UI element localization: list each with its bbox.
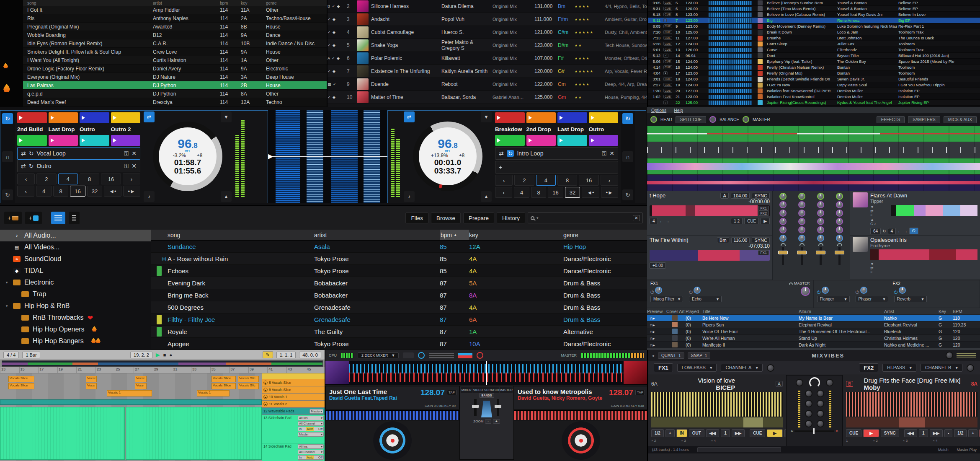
col-bpm[interactable]: bpm xyxy=(220,1,241,5)
cue-badge[interactable]: CUE xyxy=(663,60,672,63)
quantize-value[interactable]: 1 Bar xyxy=(22,352,40,358)
jump-fwd-icon[interactable]: •► xyxy=(601,187,618,198)
cue-badge[interactable]: CUE xyxy=(663,77,672,81)
cue-badge[interactable]: ! xyxy=(663,18,667,22)
lib1-header-row[interactable]: song artist bpm key genre xyxy=(23,0,327,6)
col-cover[interactable]: Cover Art xyxy=(666,309,686,314)
loop-slot[interactable]: ⇄ ↻ Intro Loop ⚿ ✕ xyxy=(495,147,618,160)
power-icon[interactable]: ⏻ xyxy=(856,290,859,295)
sidebar-item[interactable]: ≈ SoundCloud xyxy=(0,253,151,265)
table-row[interactable]: Idle Eyes (Roman Fluegel Remix) C.A.R. 1… xyxy=(23,39,327,48)
loop-size-button[interactable]: 16 xyxy=(101,174,121,184)
table-row[interactable]: Las Palmas DJ Python 114 2B House xyxy=(23,81,327,90)
col-bpm[interactable]: bpm▲ xyxy=(440,230,469,240)
deck-a-overview[interactable] xyxy=(651,417,783,427)
sync-button[interactable]: SYNC xyxy=(752,193,770,199)
table-row[interactable]: Sundance Asala 85 12A Hip Hop xyxy=(151,241,647,253)
cue-badge[interactable]: CUE xyxy=(663,65,672,69)
autoloop-button[interactable]: 1/2 xyxy=(651,429,664,437)
panel-toggle-button[interactable]: MICS & AUX xyxy=(944,116,977,123)
track-header[interactable]: ▶9 Vocals Slice xyxy=(262,386,325,394)
platter[interactable]: 96.8 REL +13.9%±8 00:01.0 03:33.7 xyxy=(413,122,482,191)
cue-badge[interactable]: CUE xyxy=(663,89,672,93)
beat-value[interactable]: 1 xyxy=(721,429,730,437)
cue-pad[interactable] xyxy=(17,135,47,146)
jump-size-button[interactable]: 32 xyxy=(87,186,102,197)
eq-knob[interactable] xyxy=(817,235,824,242)
deck-b-waveform[interactable] xyxy=(846,392,977,417)
cue-pad[interactable] xyxy=(80,135,109,146)
lock-icon[interactable]: ⚿ xyxy=(124,150,129,157)
play-button[interactable]: ▶ xyxy=(761,218,770,224)
channel-fader[interactable] xyxy=(801,247,803,265)
play-icon[interactable]: ▶ xyxy=(263,395,268,399)
table-row[interactable]: 7:20 CUE 10 125.00 Break It Down Loco & … xyxy=(648,29,980,35)
zoom-in-button[interactable]: + xyxy=(493,419,500,424)
monitor-switch[interactable]: InAutoOff xyxy=(298,455,324,460)
platter[interactable]: 96.8 REL -3.2%±8 01:58.7 01:55.6 xyxy=(153,122,222,191)
library-tab[interactable]: Prepare xyxy=(463,212,494,223)
fx1-assign-button[interactable]: FX1 xyxy=(758,206,769,211)
table-row[interactable]: Filthy - Filthy Joe Grenadesafe 87 6A Dr… xyxy=(151,313,647,326)
loop-size-button[interactable]: 8 xyxy=(80,174,99,184)
table-row[interactable]: 8:18 CUE 8 123.00 Believe in Love (Cabar… xyxy=(648,12,980,18)
beatjump-icon[interactable]: ⇄ xyxy=(404,111,415,122)
loop-start[interactable]: 1. 1. 1 xyxy=(276,352,296,358)
power-icon[interactable]: ⏻ xyxy=(894,290,898,295)
plus-icon[interactable]: + xyxy=(499,164,502,171)
preview-icon[interactable]: ∩▸ xyxy=(647,342,666,347)
chevron-down-icon[interactable]: ▾ xyxy=(536,216,539,220)
eject-icon[interactable]: ▲ xyxy=(221,191,232,202)
arrow-right-icon[interactable]: → xyxy=(665,219,670,223)
record-button[interactable]: ● xyxy=(169,352,172,357)
cue-badge[interactable]: CUE xyxy=(663,42,672,46)
loop-size-button[interactable]: 16 xyxy=(579,175,598,186)
table-row[interactable]: 4:04 ♥ 17 123.00 Firefly (Original Mix) … xyxy=(648,70,980,76)
menu-options[interactable]: Options xyxy=(651,108,666,113)
preview-icon[interactable]: ∩▸ xyxy=(647,336,666,341)
loop-in-icon[interactable]: ⇄ xyxy=(499,150,504,157)
prev-icon[interactable]: ‹ xyxy=(495,175,513,186)
lock-icon[interactable]: ⚿ xyxy=(124,163,129,170)
table-row[interactable]: 1:02 CUE 21 123.00 Isolation Feat KnowKo… xyxy=(648,94,980,100)
rating-stars[interactable]: ★★ xyxy=(575,44,605,47)
fader-handle[interactable] xyxy=(495,405,501,408)
cue-pad[interactable] xyxy=(495,135,525,146)
table-row[interactable]: 8:05 CUE 9 123.00 Body Movement (Denney … xyxy=(648,23,980,29)
table-row[interactable]: Drone Logic (Factory Floor Remix) Daniel… xyxy=(23,65,327,73)
table-row[interactable]: ▦ ✓ 9 Duende Reboot Original Mix 122.000… xyxy=(328,78,647,91)
table-row[interactable]: ✓ ◆ 5 Snake Yoga Peter Makto & Gregory S… xyxy=(328,39,647,52)
headphones-icon[interactable]: ∩ xyxy=(2,151,13,162)
prev-icon[interactable]: ‹ xyxy=(17,186,34,197)
table-row[interactable]: ✓ ◆ 10 Matter of Time Baltazar, Sorda Ga… xyxy=(328,91,647,104)
loop-in-icon[interactable]: ⇄ xyxy=(21,150,26,157)
table-row[interactable]: 500 Degrees Grenadesafe 87 4A Drum & Bas… xyxy=(151,301,647,313)
tap-button[interactable]: TAP xyxy=(447,390,456,395)
fx1-type-select[interactable]: LOW-PASS▾ xyxy=(677,364,717,372)
fx2-type-select[interactable]: HI-PASS▾ xyxy=(882,364,916,372)
table-row[interactable]: A ✓ ◆ 6 Polar Polemic Killawatt Original… xyxy=(328,52,647,65)
loop-icon[interactable]: ↻ xyxy=(2,189,13,200)
track-header[interactable]: ▶10 Vocals 1 xyxy=(262,394,325,401)
table-row[interactable]: ∩▸ (0) We're All Human Stand Up Christin… xyxy=(647,335,980,342)
cue-pad[interactable] xyxy=(111,112,141,123)
volume-fader[interactable] xyxy=(474,399,477,416)
table-row[interactable]: 2:27 CUE 19 124.00 I Got Ya Now Copy Pas… xyxy=(648,82,980,88)
table-row[interactable]: ▤ A - Rose without Rain Tokyo Prose 85 4… xyxy=(151,253,647,265)
sidebar-item[interactable]: Hip Hop Bangers xyxy=(0,335,151,347)
col-key[interactable]: key xyxy=(241,1,266,5)
cue-pad[interactable] xyxy=(495,112,525,123)
eq-knob[interactable] xyxy=(836,193,843,200)
table-row[interactable]: Dead Man's Reef Drexciya 114 12A Techno xyxy=(23,98,327,106)
sidebar-item[interactable]: ▾ Hip Hop & RnB xyxy=(0,300,151,312)
audio-clip[interactable]: Vocals Slice xyxy=(211,383,236,389)
vertical-waveforms[interactable]: ▶ xyxy=(268,110,387,203)
audio-clip[interactable]: Vocals Slic xyxy=(238,383,259,389)
loop-size-button[interactable]: 2 xyxy=(514,175,534,186)
fx2-amount-knob[interactable] xyxy=(967,364,974,372)
table-row[interactable]: Smokers Delight ft. PillowTalk & Soul Cl… xyxy=(23,48,327,56)
loop-slot[interactable]: ⇄ ↻ Vocal Loop ⚿ ✕ xyxy=(17,147,140,160)
browse-knob[interactable] xyxy=(809,377,820,388)
head-knob[interactable] xyxy=(650,116,657,123)
hi-knob[interactable] xyxy=(817,390,824,397)
